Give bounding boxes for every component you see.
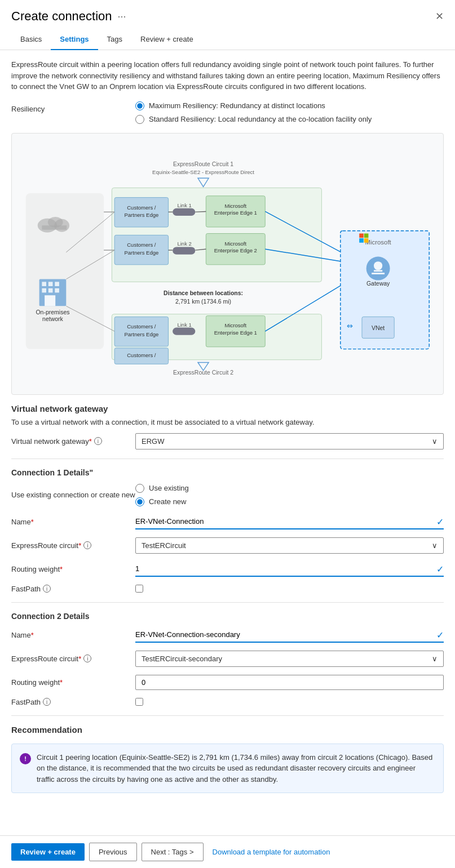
er-info-icon[interactable]: i [83, 541, 91, 549]
vng-section-title: Virtual network gateway [11, 404, 444, 413]
conn1-name-check: ✓ [436, 517, 444, 527]
svg-rect-64 [359, 238, 364, 243]
vng-info-icon[interactable]: i [94, 437, 102, 445]
use-existing-options: Use existing Create new [135, 484, 444, 506]
svg-text:Customers /: Customers / [127, 351, 156, 358]
page-header: Create connection ··· ✕ [0, 0, 455, 24]
conn1-name-label: Name * [11, 518, 135, 526]
header-dots[interactable]: ··· [118, 11, 126, 23]
svg-text:ExpressRoute Circuit 2: ExpressRoute Circuit 2 [173, 370, 233, 376]
svg-rect-10 [42, 288, 46, 292]
review-create-button[interactable]: Review + create [11, 843, 85, 861]
vng-field-row: Virtual network gateway * i ERGW ∨ [11, 433, 444, 449]
tab-settings[interactable]: Settings [51, 29, 98, 50]
svg-text:On-premises: On-premises [36, 309, 69, 315]
radio-create-new[interactable]: Create new [135, 497, 444, 506]
svg-rect-12 [55, 288, 59, 292]
conn2-routing-label: Routing weight * [11, 678, 135, 687]
svg-rect-13 [45, 295, 55, 306]
tab-tags[interactable]: Tags [98, 29, 131, 50]
svg-line-37 [195, 211, 206, 212]
close-button[interactable]: ✕ [435, 10, 444, 23]
tabs-bar: Basics Settings Tags Review + create [0, 29, 455, 50]
conn1-er-input: TestERCircuit ∨ [135, 537, 444, 554]
conn2-name-check: ✓ [436, 630, 444, 640]
resiliency-options: Maximum Resiliency: Redundancy at distin… [135, 101, 444, 124]
conn2-er-dropdown[interactable]: TestERCircuit-secondary ∨ [135, 651, 444, 667]
conn2-er-input: TestERCircuit-secondary ∨ [135, 651, 444, 667]
svg-text:Link 1: Link 1 [177, 321, 191, 327]
er2-info-icon[interactable]: i [83, 655, 91, 662]
svg-text:Gateway: Gateway [366, 281, 390, 287]
next-button[interactable]: Next : Tags > [142, 843, 204, 861]
svg-text:Microsoft: Microsoft [225, 240, 247, 246]
svg-rect-7 [42, 282, 46, 286]
connection2-title: Connection 2 Details [11, 612, 444, 621]
tab-basics[interactable]: Basics [11, 29, 51, 50]
required-3: * [78, 541, 81, 550]
svg-text:VNet: VNet [372, 325, 385, 331]
divider-1 [11, 459, 444, 459]
vng-section: Virtual network gateway To use a virtual… [11, 404, 444, 449]
conn1-name-input: ✓ [135, 514, 444, 529]
radio-max-resiliency[interactable]: Maximum Resiliency: Redundancy at distin… [135, 101, 444, 110]
fastpath-info-icon[interactable]: i [43, 585, 51, 593]
create-new-text: Create new [149, 497, 186, 506]
resiliency-label: Resiliency [11, 101, 135, 113]
conn1-name-field[interactable] [135, 514, 444, 529]
conn1-routing-check: ✓ [436, 564, 444, 575]
download-template-link[interactable]: Download a template for automation [213, 848, 330, 856]
svg-rect-8 [48, 282, 53, 286]
previous-button[interactable]: Previous [89, 843, 137, 861]
fastpath2-info-icon[interactable]: i [43, 698, 51, 706]
conn2-fastpath-checkbox[interactable] [135, 698, 143, 706]
svg-rect-1 [26, 193, 104, 349]
fastpath2-checkbox-wrapper [135, 698, 444, 706]
conn1-name-row: Name * ✓ [11, 514, 444, 529]
required-marker: * [89, 437, 92, 446]
svg-text:Enterprise Edge 1: Enterprise Edge 1 [214, 210, 257, 216]
use-existing-row: Use existing connection or create new Us… [11, 484, 444, 506]
conn2-name-row: Name * ✓ [11, 627, 444, 643]
tab-review-create[interactable]: Review + create [131, 29, 202, 50]
connection1-section: Connection 1 Details" Use existing conne… [11, 468, 444, 593]
conn2-fastpath-label: FastPath i [11, 698, 135, 706]
svg-text:Link 2: Link 2 [177, 241, 191, 247]
vng-section-desc: To use a virtual network with a connecti… [11, 418, 444, 426]
conn2-er-label: ExpressRoute circuit * i [11, 655, 135, 663]
vng-dropdown-value: ERGW [142, 437, 164, 446]
svg-rect-53 [173, 327, 195, 335]
vng-field-input: ERGW ∨ [135, 433, 444, 449]
svg-text:Customers /: Customers / [127, 242, 156, 248]
conn1-routing-row: Routing weight * ✓ [11, 562, 444, 577]
required-2: * [31, 518, 34, 526]
connection2-section: Connection 2 Details Name * ✓ ExpressRou… [11, 612, 444, 706]
svg-text:Microsoft: Microsoft [365, 238, 391, 245]
svg-rect-5 [42, 225, 67, 230]
svg-point-67 [374, 261, 382, 270]
svg-text:Customers /: Customers / [127, 323, 156, 330]
conn2-name-label: Name * [11, 631, 135, 639]
architecture-diagram: On-premises network ExpressRoute Circuit… [23, 145, 432, 381]
conn1-er-label: ExpressRoute circuit * i [11, 541, 135, 550]
conn1-fastpath-row: FastPath i [11, 585, 444, 593]
conn1-er-arrow: ∨ [432, 541, 438, 550]
conn2-name-field[interactable] [135, 627, 444, 643]
radio-standard-label: Standard Resiliency: Local redundancy at… [149, 115, 372, 123]
conn1-er-dropdown[interactable]: TestERCircuit ∨ [135, 537, 444, 554]
svg-text:Partners Edge: Partners Edge [124, 211, 158, 217]
svg-text:Customers /: Customers / [127, 204, 156, 210]
use-existing-label: Use existing connection or create new [11, 491, 135, 499]
svg-rect-68 [374, 270, 382, 271]
conn1-fastpath-checkbox[interactable] [135, 585, 143, 593]
conn2-routing-input [135, 675, 444, 690]
radio-use-existing[interactable]: Use existing [135, 484, 444, 493]
conn1-routing-label: Routing weight * [11, 565, 135, 573]
svg-rect-62 [359, 233, 364, 238]
vng-dropdown[interactable]: ERGW ∨ [135, 433, 444, 449]
svg-text:Partners Edge: Partners Edge [124, 331, 158, 337]
conn2-routing-field[interactable] [135, 675, 444, 690]
svg-text:Equinix-Seattle-SE2 - ExpressR: Equinix-Seattle-SE2 - ExpressRoute Direc… [152, 168, 254, 175]
radio-standard-resiliency[interactable]: Standard Resiliency: Local redundancy at… [135, 115, 444, 124]
conn1-routing-field[interactable] [135, 562, 444, 577]
